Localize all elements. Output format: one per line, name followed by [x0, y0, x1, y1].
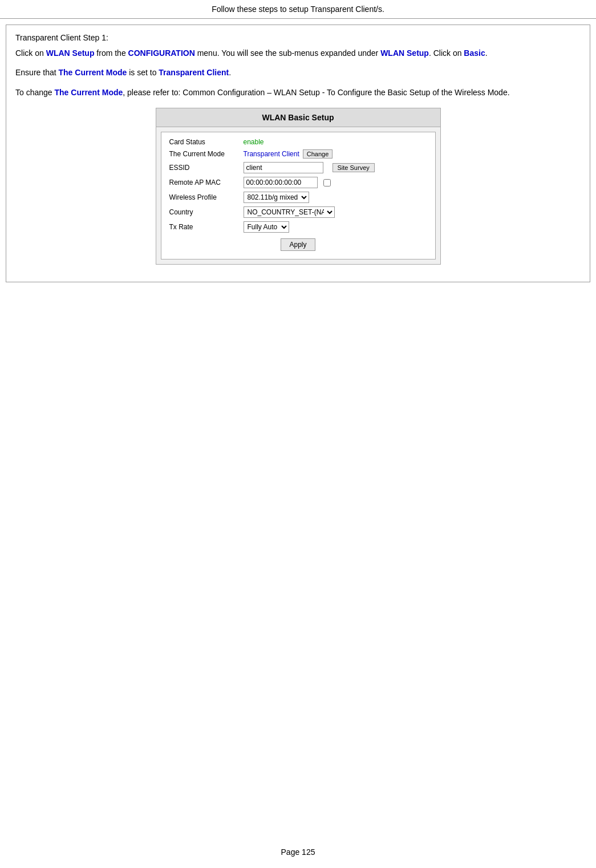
wlan-setup-link-1[interactable]: WLAN Setup: [46, 48, 95, 58]
wlan-setup-box: WLAN Basic Setup Card Status enable The …: [156, 108, 441, 265]
step-title: Transparent Client Step 1:: [15, 33, 581, 42]
site-survey-button[interactable]: Site Survey: [333, 163, 375, 172]
label-current-mode: The Current Mode: [169, 150, 244, 158]
label-card-status: Card Status: [169, 138, 244, 146]
label-tx-rate: Tx Rate: [169, 223, 244, 231]
value-card-status: enable: [244, 138, 264, 146]
current-mode-link-1[interactable]: The Current Mode: [59, 68, 127, 77]
wireless-profile-select[interactable]: 802.11b/g mixed 802.11b only 802.11g onl…: [244, 192, 309, 203]
tx-rate-select[interactable]: Fully Auto 1 Mbps 2 Mbps 5.5 Mbps 11 Mbp…: [244, 221, 289, 233]
label-wireless-profile: Wireless Profile: [169, 193, 244, 201]
form-row-wireless-profile: Wireless Profile 802.11b/g mixed 802.11b…: [169, 192, 427, 203]
essid-input[interactable]: [244, 162, 323, 173]
form-row-tx-rate: Tx Rate Fully Auto 1 Mbps 2 Mbps 5.5 Mbp…: [169, 221, 427, 233]
apply-button[interactable]: Apply: [281, 238, 315, 251]
label-remote-ap-mac: Remote AP MAC: [169, 179, 244, 186]
page-number: Page 125: [281, 847, 315, 857]
form-row-current-mode: The Current Mode Transparent Client Chan…: [169, 149, 427, 159]
form-row-remote-ap-mac: Remote AP MAC: [169, 177, 427, 188]
basic-link[interactable]: Basic: [464, 48, 485, 58]
instruction-para-1: Click on WLAN Setup from the CONFIGURATI…: [15, 47, 581, 59]
transparent-client-link[interactable]: Transparent Client: [159, 68, 229, 77]
remote-ap-mac-checkbox[interactable]: [323, 179, 331, 186]
label-country: Country: [169, 208, 244, 216]
country-select[interactable]: NO_COUNTRY_SET-(NA) United States: [244, 206, 335, 218]
main-content: Transparent Client Step 1: Click on WLAN…: [6, 25, 590, 282]
form-row-essid: ESSID Site Survey: [169, 162, 427, 173]
form-row-country: Country NO_COUNTRY_SET-(NA) United State…: [169, 206, 427, 218]
wlan-setup-link-2[interactable]: WLAN Setup: [380, 48, 429, 58]
header-text: Follow these steps to setup Transparent …: [212, 5, 384, 14]
instruction-para-2: Ensure that The Current Mode is set to T…: [15, 66, 581, 79]
remote-ap-mac-input[interactable]: [244, 177, 318, 188]
instruction-para-3: To change The Current Mode, please refer…: [15, 86, 581, 99]
page-footer: Page 125: [0, 847, 596, 857]
wlan-setup-inner: Card Status enable The Current Mode Tran…: [161, 132, 436, 259]
label-essid: ESSID: [169, 164, 244, 172]
wlan-setup-title: WLAN Basic Setup: [156, 108, 440, 127]
config-menu-label: CONFIGURATION: [128, 48, 195, 58]
current-mode-link-2[interactable]: The Current Mode: [55, 88, 123, 97]
change-button[interactable]: Change: [303, 149, 333, 159]
form-row-card-status: Card Status enable: [169, 138, 427, 146]
page-header: Follow these steps to setup Transparent …: [0, 0, 596, 19]
value-current-mode: Transparent Client: [244, 150, 299, 158]
